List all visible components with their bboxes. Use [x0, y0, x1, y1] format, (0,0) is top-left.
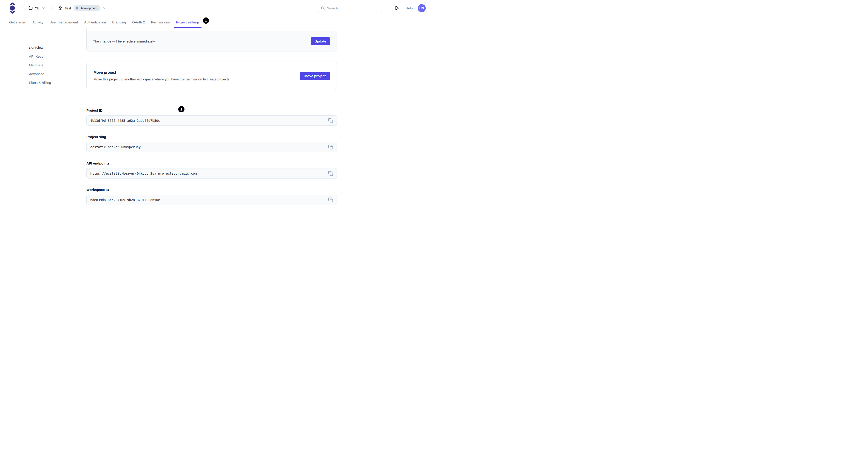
update-card: The change will be effective immediately… — [86, 28, 337, 52]
tab-project-settings-label: Project settings — [176, 20, 200, 24]
chevron-down-icon — [102, 6, 106, 10]
play-icon[interactable] — [395, 5, 400, 10]
sidebar-item-overview[interactable]: Overview — [29, 46, 86, 50]
copy-api-endpoints-button[interactable] — [328, 171, 333, 176]
tab-get-started[interactable]: Get started — [9, 16, 26, 28]
move-project-description: Move this project to another workspace w… — [94, 77, 230, 81]
environment-badge: Development — [74, 5, 100, 11]
project-id-box: 4b13df9d-3555-4485-a62a-2adc55d7b50c — [86, 115, 337, 126]
settings-main: 2 The change will be effective immediate… — [86, 28, 337, 205]
move-project-button[interactable]: Move project — [300, 72, 330, 80]
api-endpoints-field: API endpoints https://ecstatic-beaver-0h… — [86, 161, 337, 179]
package-icon — [58, 6, 62, 10]
project-id-value: 4b13df9d-3555-4485-a62a-2adc55d7b50c — [90, 119, 160, 122]
tab-user-management[interactable]: User management — [50, 16, 78, 28]
copy-icon — [328, 197, 333, 203]
top-header: / CB / Test Development — [0, 0, 434, 16]
move-project-card: Move project Move this project to anothe… — [86, 62, 337, 90]
annotation-badge-2: 2 — [178, 106, 185, 112]
chevron-down-icon — [41, 6, 45, 10]
copy-icon — [328, 145, 333, 150]
sidebar-item-api-keys[interactable]: API Keys — [29, 55, 86, 59]
environment-dot-icon — [76, 7, 78, 9]
move-project-title: Move project — [94, 70, 230, 75]
sidebar-item-advanced[interactable]: Advanced — [29, 72, 86, 76]
tab-permissions[interactable]: Permissions — [151, 16, 170, 28]
project-slug-value: ecstatic-beaver-0hkvpcr3sy — [90, 145, 141, 149]
workspace-name: CB — [35, 6, 39, 10]
project-slug-label: Project slug — [86, 135, 337, 139]
copy-icon — [328, 118, 333, 123]
api-endpoints-value: https://ecstatic-beaver-0hkvpcr3sy.proje… — [90, 172, 197, 175]
project-id-field: Project ID 4b13df9d-3555-4485-a62a-2adc5… — [86, 109, 337, 126]
project-tabbar: Get started Activity User management Aut… — [0, 16, 434, 28]
workspace-id-value: 6de839da-8c52-4109-9b28-3791492e650e — [90, 198, 160, 202]
project-name: Test — [65, 6, 71, 10]
help-link[interactable]: Help — [405, 6, 413, 10]
breadcrumb-separator: / — [21, 5, 23, 10]
tab-branding[interactable]: Branding — [112, 16, 126, 28]
breadcrumb-separator: / — [51, 5, 52, 10]
project-slug-box: ecstatic-beaver-0hkvpcr3sy — [86, 142, 337, 152]
workspace-id-label: Workspace ID — [86, 188, 337, 192]
copy-project-id-button[interactable] — [328, 118, 333, 123]
ory-logo[interactable] — [9, 2, 16, 13]
copy-icon — [328, 171, 333, 176]
copy-project-slug-button[interactable] — [328, 145, 333, 150]
environment-label: Development — [80, 6, 97, 10]
user-avatar[interactable]: CN — [418, 4, 426, 12]
tab-oauth2[interactable]: OAuth 2 — [132, 16, 145, 28]
sidebar-item-members[interactable]: Members — [29, 63, 86, 67]
search-box[interactable] — [318, 4, 382, 12]
sidebar-item-plans-billing[interactable]: Plans & Billing — [29, 81, 86, 85]
search-icon — [321, 6, 325, 10]
tab-project-settings[interactable]: Project settings 1 — [176, 16, 200, 28]
workspace-id-field: Workspace ID 6de839da-8c52-4109-9b28-379… — [86, 188, 337, 205]
update-card-footer: The change will be effective immediately… — [87, 31, 337, 51]
tab-activity[interactable]: Activity — [32, 16, 43, 28]
workspace-selector[interactable]: CB — [29, 6, 45, 10]
move-project-text: Move project Move this project to anothe… — [94, 70, 230, 81]
project-selector[interactable]: Test Development — [58, 5, 106, 11]
project-id-label: Project ID — [86, 109, 337, 112]
update-note: The change will be effective immediately — [93, 39, 155, 43]
update-card-body — [87, 28, 337, 31]
search-input[interactable] — [327, 6, 379, 10]
api-endpoints-label: API endpoints — [86, 161, 337, 165]
annotation-badge-1: 1 — [203, 18, 209, 24]
api-endpoints-box: https://ecstatic-beaver-0hkvpcr3sy.proje… — [86, 168, 337, 179]
settings-sidebar: Overview API Keys Members Advanced Plans… — [0, 28, 86, 205]
workspace-id-box: 6de839da-8c52-4109-9b28-3791492e650e — [86, 195, 337, 205]
project-slug-field: Project slug ecstatic-beaver-0hkvpcr3sy — [86, 135, 337, 152]
folder-icon — [29, 6, 33, 10]
copy-workspace-id-button[interactable] — [328, 197, 333, 203]
content-area: Overview API Keys Members Advanced Plans… — [0, 28, 434, 205]
update-button[interactable]: Update — [311, 37, 330, 45]
tab-authentication[interactable]: Authentication — [84, 16, 106, 28]
